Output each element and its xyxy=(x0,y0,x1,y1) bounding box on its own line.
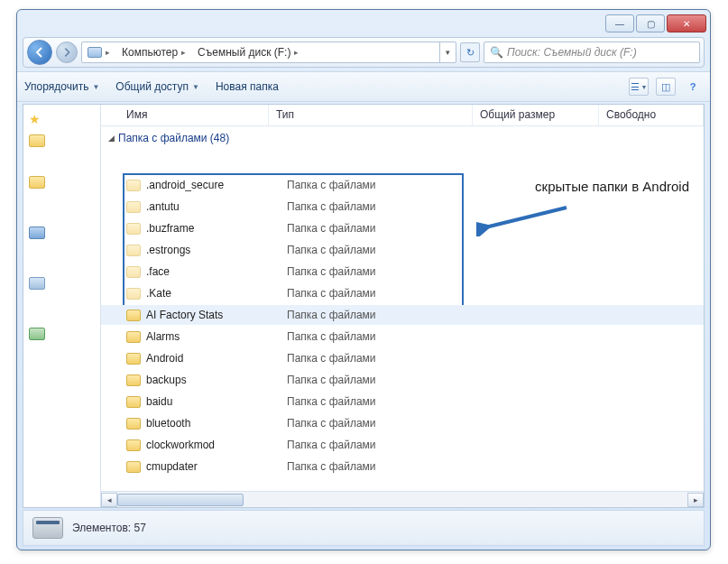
panel-icon: ◫ xyxy=(661,81,670,93)
refresh-button[interactable]: ↻ xyxy=(460,42,480,62)
navigation-pane[interactable]: ★ xyxy=(23,105,101,507)
scroll-track[interactable] xyxy=(117,493,687,507)
file-type: Папка с файлами xyxy=(287,200,376,213)
breadcrumb-seg-computer[interactable]: Компьютер xyxy=(122,46,178,59)
forward-button[interactable] xyxy=(56,42,78,63)
folder-icon xyxy=(126,266,141,278)
chevron-right-icon: ▸ xyxy=(294,48,299,57)
table-row[interactable]: clockworkmodПапка с файлами xyxy=(101,435,704,455)
breadcrumb[interactable]: ▸ Компьютер▸ Съемный диск (F:)▸ ▾ xyxy=(81,42,456,63)
file-type: Папка с файлами xyxy=(287,244,376,256)
file-list-pane: Имя Тип Общий размер Свободно ◢ Папка с … xyxy=(101,105,704,507)
favorites-icon: ★ xyxy=(29,112,41,126)
folder-icon xyxy=(29,134,45,147)
folder-icon xyxy=(126,353,141,365)
file-name: .estrongs xyxy=(146,244,287,256)
folder-icon xyxy=(126,245,141,256)
status-bar: Элементов: 57 xyxy=(23,510,705,546)
drive-icon xyxy=(32,517,63,539)
chevron-down-icon: ▼ xyxy=(641,84,648,90)
table-row[interactable]: .buzframeПапка с файлами xyxy=(101,218,704,238)
table-row[interactable]: AndroidПапка с файлами xyxy=(101,348,704,368)
column-size[interactable]: Общий размер xyxy=(473,105,599,125)
table-row[interactable]: .android_secureПапка с файлами xyxy=(101,175,704,195)
table-row[interactable]: bluetoothПапка с файлами xyxy=(101,413,704,433)
chevron-right-icon: ▸ xyxy=(181,48,186,57)
scroll-left-button[interactable]: ◂ xyxy=(101,493,117,507)
table-row[interactable]: backupsПапка с файлами xyxy=(101,370,704,390)
library-icon xyxy=(29,227,45,239)
table-row[interactable]: .faceПапка с файлами xyxy=(101,262,704,282)
file-name: AI Factory Stats xyxy=(146,309,287,321)
back-button[interactable] xyxy=(27,40,52,65)
close-button[interactable]: ✕ xyxy=(667,14,706,32)
file-name: backups xyxy=(146,374,287,386)
folder-icon xyxy=(126,310,141,321)
column-type[interactable]: Тип xyxy=(269,105,473,125)
minimize-button[interactable]: — xyxy=(605,14,634,32)
folder-icon xyxy=(126,374,141,386)
search-input[interactable]: 🔍 Поиск: Съемный диск (F:) xyxy=(484,42,700,63)
folder-icon xyxy=(126,201,141,213)
file-type: Папка с файлами xyxy=(287,309,376,321)
organize-menu[interactable]: Упорядочить▼ xyxy=(24,80,99,93)
file-name: Alarms xyxy=(146,330,287,343)
new-folder-button[interactable]: Новая папка xyxy=(216,80,279,93)
file-type: Папка с файлами xyxy=(287,374,376,386)
file-type: Папка с файлами xyxy=(287,417,376,430)
file-name: .Kate xyxy=(146,287,287,300)
folder-icon xyxy=(126,439,141,451)
scroll-right-button[interactable]: ▸ xyxy=(687,493,704,507)
file-name: clockworkmod xyxy=(146,439,287,451)
breadcrumb-seg-drive[interactable]: Съемный диск (F:) xyxy=(198,46,290,59)
table-row[interactable]: AlarmsПапка с файлами xyxy=(101,327,704,347)
table-row[interactable]: cmupdaterПапка с файлами xyxy=(101,457,704,476)
column-name[interactable]: Имя xyxy=(119,105,269,125)
horizontal-scrollbar[interactable]: ◂ ▸ xyxy=(101,491,704,507)
collapse-icon: ◢ xyxy=(108,134,115,143)
computer-icon xyxy=(29,277,45,290)
breadcrumb-dropdown[interactable]: ▾ xyxy=(439,42,456,62)
help-button[interactable]: ? xyxy=(683,78,703,96)
folder-icon xyxy=(126,396,141,408)
file-name: .buzframe xyxy=(146,222,287,235)
chevron-down-icon: ▼ xyxy=(192,83,199,91)
table-row[interactable]: baiduПапка с файлами xyxy=(101,392,704,411)
file-name: cmupdater xyxy=(146,460,287,473)
group-header[interactable]: ◢ Папка с файлами (48) xyxy=(101,126,704,148)
file-type: Папка с файлами xyxy=(287,439,376,451)
folder-icon xyxy=(126,288,141,300)
titlebar: — ▢ ✕ xyxy=(17,10,710,37)
column-free[interactable]: Свободно xyxy=(599,105,704,125)
refresh-icon: ↻ xyxy=(466,47,475,59)
file-type: Папка с файлами xyxy=(287,222,376,235)
arrow-left-icon xyxy=(33,46,46,59)
share-menu[interactable]: Общий доступ▼ xyxy=(115,80,199,93)
view-options-button[interactable]: ☰▼ xyxy=(629,78,649,96)
chevron-down-icon: ▼ xyxy=(92,83,99,91)
file-type: Папка с файлами xyxy=(287,352,376,365)
folder-icon xyxy=(126,461,141,473)
file-name: .antutu xyxy=(146,200,287,213)
table-row[interactable]: AI Factory StatsПапка с файлами xyxy=(101,305,704,325)
preview-pane-button[interactable]: ◫ xyxy=(656,78,676,96)
status-text: Элементов: 57 xyxy=(72,522,146,534)
folder-icon xyxy=(126,331,141,343)
table-row[interactable]: .estrongsПапка с файлами xyxy=(101,240,704,260)
file-type: Папка с файлами xyxy=(287,460,376,473)
list-icon: ☰ xyxy=(631,81,640,93)
drive-icon xyxy=(88,47,102,58)
nav-bar: ▸ Компьютер▸ Съемный диск (F:)▸ ▾ ↻ 🔍 По… xyxy=(23,37,705,68)
file-name: .android_secure xyxy=(146,179,287,191)
scroll-thumb[interactable] xyxy=(117,494,244,506)
file-type: Папка с файлами xyxy=(287,265,376,278)
content-area: ★ Имя Тип Общий размер Свободно ◢ Папка … xyxy=(23,104,705,508)
folder-icon xyxy=(126,180,141,191)
table-row[interactable]: .antutuПапка с файлами xyxy=(101,197,704,217)
file-name: Android xyxy=(146,352,287,365)
table-row[interactable]: .KateПапка с файлами xyxy=(101,283,704,303)
maximize-button[interactable]: ▢ xyxy=(636,14,665,32)
search-icon: 🔍 xyxy=(490,46,503,59)
help-icon: ? xyxy=(690,81,696,92)
folder-icon xyxy=(126,223,141,235)
